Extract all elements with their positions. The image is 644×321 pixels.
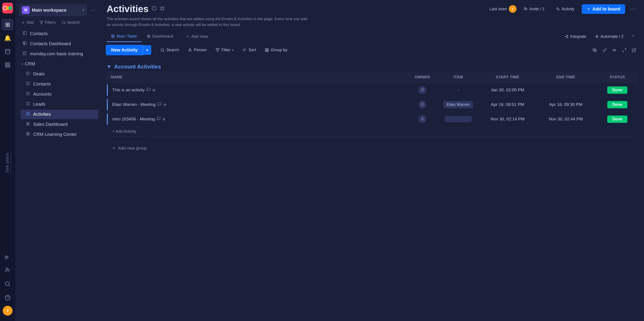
sort-toolbar-button[interactable]: Sort xyxy=(239,45,260,55)
activity-button[interactable]: Activity xyxy=(552,4,578,14)
row-3-owner-cell[interactable] xyxy=(409,112,436,126)
sidebar-item-contacts[interactable]: Contacts xyxy=(17,29,98,38)
item-cell-skeleton xyxy=(445,116,472,122)
workspace-selector[interactable]: M Main workspace ▾ xyxy=(19,4,87,16)
sidebar-item-accounts[interactable]: Accounts xyxy=(20,89,98,99)
app-logo[interactable] xyxy=(2,3,13,13)
person-toolbar-button[interactable]: Person xyxy=(184,45,210,55)
chat-icon[interactable] xyxy=(146,87,150,93)
last-seen-avatar: Y xyxy=(509,5,516,13)
add-icon[interactable]: ⊕ xyxy=(152,88,155,92)
svg-point-18 xyxy=(62,21,65,24)
add-view-button[interactable]: Add View xyxy=(182,32,212,41)
sidebar-item-sales-dashboard[interactable]: Sales Dashboard xyxy=(20,120,98,129)
row-3-end-time-cell[interactable]: Nov 30, 02:44 PM xyxy=(534,113,597,125)
svg-rect-24 xyxy=(23,52,26,55)
owner-avatar xyxy=(418,115,426,123)
row-2-name-cell: Elian Warren - Meeting ⊕ xyxy=(107,99,409,110)
tab-dashboard[interactable]: Dashboard xyxy=(142,31,178,42)
table-row: This is an activity ⊕ - Jan 30, 02:00 PM xyxy=(107,83,638,97)
sidebar-item-contacts-dashboard[interactable]: Contacts Dashboard xyxy=(17,39,98,48)
top-bar-actions: Last seen Y Invite / 1 Activity Add to b… xyxy=(490,4,638,14)
sidebar-item-basic-training[interactable]: monday.com basic training xyxy=(17,49,98,59)
add-button[interactable]: Add xyxy=(19,19,36,26)
bell-icon[interactable]: 🔔 xyxy=(2,32,14,44)
tab-main-table[interactable]: Main Table xyxy=(107,31,142,42)
see-plans-button[interactable]: See plans xyxy=(4,151,11,174)
page-title-area: Activities xyxy=(107,3,165,14)
search-toolbar-button[interactable]: Search xyxy=(157,45,182,55)
sidebar-item-activities[interactable]: Activities xyxy=(20,109,98,119)
sidebar-item-crm-learning[interactable]: CRM Learning Center xyxy=(20,130,98,139)
row-1-owner-cell[interactable] xyxy=(409,83,436,97)
svg-rect-55 xyxy=(148,35,150,38)
home-icon[interactable]: ⊞ xyxy=(2,19,14,30)
hidden-columns-icon[interactable] xyxy=(590,46,599,55)
row-2-end-time-cell[interactable]: Apr 16, 09:30 PM xyxy=(534,99,597,110)
new-activity-main-button[interactable]: New Activity xyxy=(106,45,143,55)
add-new-group-button[interactable]: Add new group xyxy=(107,142,152,154)
more-options-icon[interactable]: ⋯ xyxy=(628,5,638,13)
row-3-status-cell[interactable]: Done xyxy=(597,112,638,126)
row-2-item-cell[interactable]: Elian Warren xyxy=(436,98,481,111)
svg-point-9 xyxy=(6,268,8,270)
activities-icon xyxy=(25,112,31,117)
svg-rect-22 xyxy=(24,42,24,44)
integrate-button[interactable]: Integrate xyxy=(561,32,590,41)
filters-button[interactable]: Filters xyxy=(37,19,58,26)
row-2-status-cell[interactable]: Done xyxy=(597,98,638,111)
svg-rect-5 xyxy=(6,63,7,64)
svg-rect-72 xyxy=(266,48,267,50)
svg-point-67 xyxy=(189,48,191,50)
row-height-icon[interactable] xyxy=(610,46,619,55)
link-icon[interactable] xyxy=(600,46,609,55)
chat-icon[interactable] xyxy=(157,117,161,122)
svg-marker-45 xyxy=(160,6,164,10)
star-icon[interactable] xyxy=(160,6,165,12)
sidebar-item-leads[interactable]: Leads xyxy=(20,99,98,109)
sidebar-item-deals[interactable]: Deals xyxy=(20,69,98,79)
row-1-start-time-cell[interactable]: Jan 30, 02:00 PM xyxy=(481,84,534,96)
add-to-board-button[interactable]: Add to board xyxy=(582,4,625,14)
person-add-icon[interactable] xyxy=(2,264,14,276)
svg-rect-7 xyxy=(6,65,7,67)
user-avatar[interactable]: Y xyxy=(3,306,12,316)
inbox-icon[interactable] xyxy=(2,46,14,57)
add-icon[interactable]: ⊕ xyxy=(162,117,165,121)
new-activity-dropdown-button[interactable]: ▾ xyxy=(143,45,151,55)
row-1-status-cell[interactable]: Done xyxy=(597,83,638,97)
svg-line-81 xyxy=(625,48,626,50)
invite-button[interactable]: Invite / 1 xyxy=(520,4,549,14)
automate-button[interactable]: Automate / 2 xyxy=(592,32,627,41)
chat-icon[interactable] xyxy=(158,102,162,107)
sidebar-more-icon[interactable]: ⋯ xyxy=(89,6,96,14)
row-1-name-cell: This is an activity ⊕ xyxy=(107,84,409,96)
row-3-item-cell[interactable] xyxy=(436,113,481,125)
expand-icon[interactable] xyxy=(620,46,629,55)
info-icon[interactable] xyxy=(152,6,157,12)
filter-toolbar-button[interactable]: Filter ▾ xyxy=(212,45,237,55)
board-area: ▼ Account Activities Name Owner Item Sta… xyxy=(100,58,644,321)
row-indicator-bar xyxy=(107,84,108,96)
crm-group-header[interactable]: ▾ CRM xyxy=(17,59,98,69)
help-icon[interactable] xyxy=(2,292,14,304)
add-icon[interactable]: ⊕ xyxy=(163,102,166,107)
row-2-start-time-cell[interactable]: Apr 16, 08:51 PM xyxy=(481,99,534,110)
collapse-icon[interactable] xyxy=(629,32,638,41)
group-by-toolbar-button[interactable]: Group by xyxy=(261,45,291,55)
search-icon[interactable] xyxy=(2,278,14,290)
svg-point-3 xyxy=(8,6,12,10)
row-1-item-cell[interactable]: - xyxy=(436,84,481,96)
add-activity-row[interactable]: + Add Activity xyxy=(107,126,638,137)
edit-icon[interactable] xyxy=(630,46,638,55)
row-1-end-time-cell[interactable] xyxy=(534,87,597,93)
row-3-start-time-cell[interactable]: Nov 30, 02:14 PM xyxy=(481,113,534,125)
puzzle-icon[interactable] xyxy=(2,250,14,262)
group-chevron-icon[interactable]: ▼ xyxy=(107,64,112,70)
row-2-owner-cell[interactable] xyxy=(409,97,436,112)
sidebar: M Main workspace ▾ ⋯ Add Filters Search … xyxy=(15,0,100,321)
boards-icon[interactable] xyxy=(2,59,14,71)
col-header-end-time: End time xyxy=(534,72,597,83)
sidebar-item-contacts-crm[interactable]: Contacts xyxy=(20,79,98,89)
search-button[interactable]: Search xyxy=(60,19,82,26)
